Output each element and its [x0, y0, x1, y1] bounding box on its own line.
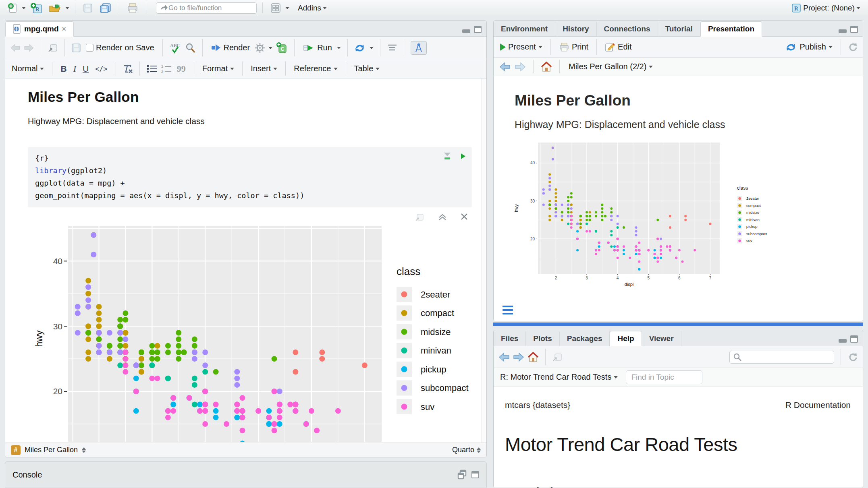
addins-menu[interactable]: Addins	[296, 2, 329, 14]
minimize-pane-icon[interactable]	[839, 29, 847, 33]
help-topic-selector[interactable]: R: Motor Trend Car Road Tests	[500, 371, 619, 383]
blockquote-button[interactable]: 99	[175, 62, 187, 75]
reference-menu[interactable]: Reference	[292, 63, 339, 74]
collapse-output-icon[interactable]	[438, 213, 447, 221]
render-on-save-checkbox[interactable]	[86, 44, 93, 52]
run-chunk-icon[interactable]	[461, 153, 465, 159]
goto-file-input[interactable]	[168, 4, 253, 12]
run-chunks-above-icon[interactable]	[442, 152, 452, 161]
outline-icon[interactable]	[387, 43, 397, 52]
project-menu[interactable]: R Project: (None)	[789, 2, 862, 14]
minimize-pane-icon[interactable]	[839, 339, 847, 343]
insert-menu[interactable]: Insert	[249, 63, 279, 74]
tab-mpg-qmd[interactable]: mpg.qmd ×	[5, 21, 74, 37]
console-pane-header[interactable]: Console	[5, 461, 487, 488]
underline-button[interactable]: U	[81, 63, 90, 75]
format-menu[interactable]: Format	[201, 63, 236, 74]
tab-packages[interactable]: Packages	[560, 331, 610, 346]
console-restore-icon[interactable]	[457, 469, 468, 480]
tab-files[interactable]: Files	[494, 331, 526, 346]
code-format-button[interactable]: </>	[93, 64, 109, 74]
forward-icon[interactable]	[515, 62, 526, 72]
slide-menu-icon[interactable]	[503, 306, 513, 314]
open-file-dropdown[interactable]	[65, 7, 69, 9]
run-button[interactable]: Run	[301, 42, 334, 54]
paragraph-style-select[interactable]: Normal	[10, 63, 46, 74]
bullet-list-icon[interactable]	[146, 64, 158, 74]
console-maximize-icon[interactable]	[471, 471, 479, 478]
home-icon[interactable]	[527, 352, 539, 362]
edit-presentation-button[interactable]: Edit	[603, 41, 633, 53]
italic-button[interactable]: I	[72, 62, 78, 75]
present-button[interactable]: Present	[498, 41, 544, 53]
render-gear-dropdown[interactable]	[268, 47, 272, 49]
code-chunk[interactable]: {r}library(ggplot2)ggplot(data = mpg) + …	[28, 147, 472, 207]
table-menu[interactable]: Table	[353, 63, 382, 74]
find-in-topic-input[interactable]	[626, 370, 702, 384]
back-icon[interactable]	[498, 352, 510, 362]
back-icon[interactable]	[10, 43, 21, 52]
open-file-button[interactable]	[47, 2, 63, 14]
refresh-icon[interactable]	[847, 352, 858, 362]
panes-layout-button[interactable]	[268, 2, 283, 14]
new-file-button[interactable]	[6, 2, 19, 14]
save-button[interactable]	[81, 2, 95, 14]
save-icon[interactable]	[71, 43, 81, 53]
tab-plots[interactable]: Plots	[526, 331, 559, 346]
slide-selector[interactable]: Miles Per Gallon (2/2)	[567, 61, 654, 72]
bold-button[interactable]: B	[59, 63, 68, 75]
run-dropdown[interactable]	[337, 47, 341, 49]
print-button[interactable]	[125, 2, 140, 14]
find-replace-icon[interactable]	[185, 42, 196, 54]
new-file-dropdown[interactable]	[22, 7, 26, 9]
popout-icon[interactable]	[552, 352, 563, 362]
clear-format-icon[interactable]	[123, 64, 133, 74]
render-on-save-toggle[interactable]: Render on Save	[84, 42, 156, 54]
tab-environment[interactable]: Environment	[494, 22, 555, 36]
spellcheck-icon[interactable]: ABC	[169, 42, 181, 54]
home-icon[interactable]	[541, 62, 552, 72]
tab-tutorial[interactable]: Tutorial	[658, 22, 700, 36]
pane-resize-handle[interactable]	[493, 323, 863, 326]
insert-chunk-icon[interactable]: C	[276, 42, 288, 54]
statusbar-section-label[interactable]: Miles Per Gallon	[25, 446, 78, 454]
popout-icon[interactable]	[48, 43, 58, 53]
statusbar-mode-label[interactable]: Quarto	[452, 446, 474, 454]
render-button[interactable]: Render	[209, 42, 252, 54]
section-selector-icon[interactable]	[82, 447, 86, 453]
close-output-icon[interactable]	[461, 213, 468, 220]
help-search-input[interactable]	[742, 353, 831, 361]
tab-close-icon[interactable]: ×	[62, 25, 66, 33]
forward-icon[interactable]	[513, 352, 524, 362]
render-settings-gear-icon[interactable]	[255, 43, 265, 53]
rerun-dropdown[interactable]	[370, 47, 374, 49]
tab-connections[interactable]: Connections	[597, 22, 658, 36]
visual-editor-toggle[interactable]	[411, 41, 427, 55]
panes-layout-dropdown[interactable]	[285, 7, 289, 9]
refresh-icon[interactable]	[847, 42, 858, 52]
format-menu-label: Format	[202, 64, 228, 73]
save-all-button[interactable]	[97, 2, 113, 14]
reference-menu-label: Reference	[294, 64, 331, 73]
print-presentation-button[interactable]: Print	[557, 41, 590, 53]
maximize-pane-icon[interactable]	[850, 335, 858, 343]
document-canvas[interactable]: Miles Per Gallon Highway MPG: Displaceme…	[5, 79, 486, 443]
minimize-pane-icon[interactable]	[462, 29, 470, 33]
rerun-icon[interactable]	[354, 43, 366, 53]
output-popout-icon[interactable]	[415, 213, 424, 222]
editor-scrollbar[interactable]	[481, 79, 486, 443]
tab-label: Plots	[533, 334, 552, 343]
forward-icon[interactable]	[24, 43, 34, 52]
back-icon[interactable]	[499, 62, 511, 72]
tab-help[interactable]: Help	[610, 331, 642, 346]
tab-presentation[interactable]: Presentation	[700, 21, 762, 37]
maximize-pane-icon[interactable]	[850, 26, 858, 33]
numbered-list-icon[interactable]: 12	[161, 64, 172, 74]
tab-viewer[interactable]: Viewer	[642, 331, 681, 346]
publish-button[interactable]: Publish	[784, 41, 834, 53]
save-all-icon	[99, 3, 111, 13]
maximize-pane-icon[interactable]	[474, 26, 482, 33]
mode-selector-icon[interactable]	[477, 447, 481, 453]
new-project-button[interactable]: R	[28, 1, 44, 15]
tab-history[interactable]: History	[555, 22, 596, 36]
